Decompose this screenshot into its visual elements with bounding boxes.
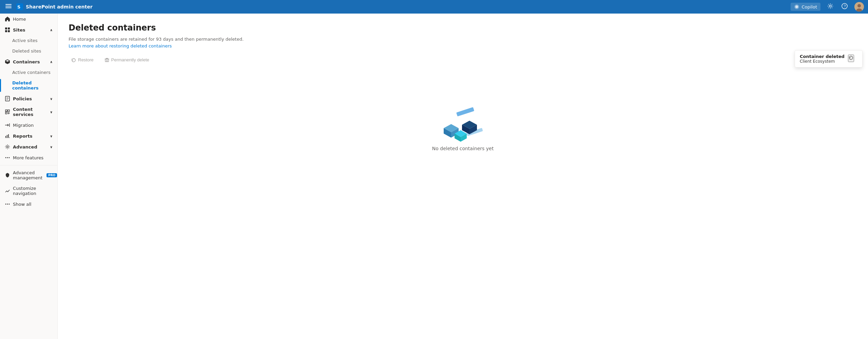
home-icon [5, 16, 10, 22]
tooltip-content: Container deleted Client Ecosystem [800, 54, 845, 64]
customize-navigation-label: Customize navigation [13, 186, 53, 196]
svg-point-18 [7, 146, 8, 148]
sharepoint-logo-icon: S [16, 3, 23, 10]
help-icon: ? [842, 3, 848, 9]
learn-more-link[interactable]: Learn more about restoring deleted conta… [69, 43, 172, 48]
restore-icon [71, 58, 76, 62]
advanced-chevron-icon: ∨ [50, 145, 53, 149]
more-features-icon [5, 155, 10, 160]
svg-point-20 [7, 157, 8, 158]
migration-icon [5, 122, 10, 128]
svg-text:?: ? [844, 4, 846, 8]
deleted-containers-label: Deleted containers [12, 80, 53, 91]
svg-point-21 [9, 157, 10, 158]
app-title: SharePoint admin center [26, 4, 93, 9]
permanently-delete-button[interactable]: Permanently delete [102, 55, 152, 64]
policies-icon [5, 96, 10, 101]
advanced-icon [5, 144, 10, 149]
policies-chevron-icon: ∨ [50, 97, 53, 101]
permanently-delete-label: Permanently delete [111, 57, 149, 62]
empty-state-illustration [438, 105, 488, 146]
sidebar-item-deleted-sites[interactable]: Deleted sites [0, 46, 57, 56]
restore-button[interactable]: Restore [69, 55, 96, 64]
tooltip-subtitle: Client Ecosystem [800, 59, 845, 64]
sidebar-item-sites[interactable]: Sites ∧ [0, 24, 57, 35]
svg-rect-26 [456, 107, 474, 116]
sidebar-policies-label: Policies [13, 96, 32, 101]
svg-text:S: S [17, 4, 20, 9]
sidebar-migration-label: Migration [13, 123, 34, 128]
reports-icon [5, 133, 10, 139]
sidebar-item-advanced[interactable]: Advanced ∨ [0, 141, 57, 152]
svg-rect-0 [5, 4, 12, 5]
page-title: Deleted containers [69, 23, 857, 33]
sidebar-content-services-label: Content services [13, 107, 47, 117]
advanced-management-icon [5, 173, 10, 178]
help-button[interactable]: ? [840, 2, 849, 12]
sidebar-item-containers[interactable]: Containers ∧ [0, 56, 57, 67]
hamburger-icon[interactable] [4, 2, 13, 12]
sidebar-item-show-all[interactable]: Show all [0, 199, 57, 210]
main-layout: Home Sites ∧ Active sites Deleted sites … [0, 14, 868, 339]
active-sites-label: Active sites [12, 38, 38, 43]
sidebar-item-active-containers[interactable]: Active containers [0, 67, 57, 78]
sidebar-more-features-label: More features [13, 155, 43, 160]
topbar: S SharePoint admin center Copilot ? [0, 0, 868, 14]
customize-navigation-icon [5, 188, 10, 194]
containers-chevron-icon: ∧ [50, 60, 53, 64]
sidebar-item-reports[interactable]: Reports ∨ [0, 131, 57, 141]
toolbar: Restore Permanently delete [69, 55, 857, 64]
svg-point-22 [5, 204, 6, 205]
svg-point-19 [5, 157, 6, 158]
pro-badge: PRO [47, 173, 57, 177]
tooltip-refresh-button[interactable] [848, 55, 854, 62]
permanently-delete-icon [105, 58, 109, 62]
advanced-management-label: Advanced management [13, 170, 42, 180]
sites-chevron-icon: ∧ [50, 28, 53, 32]
copilot-button[interactable]: Copilot [791, 3, 820, 11]
sidebar-item-content-services[interactable]: Content services ∨ [0, 104, 57, 120]
topbar-right: Copilot ? [791, 2, 864, 12]
sidebar-item-more-features[interactable]: More features [0, 152, 57, 163]
gear-icon [827, 3, 833, 9]
container-deleted-tooltip: Container deleted Client Ecosystem [795, 50, 863, 67]
show-all-icon [5, 201, 10, 207]
svg-rect-16 [8, 30, 10, 32]
sidebar-reports-label: Reports [13, 134, 32, 139]
page-description: File storage containers are retained for… [69, 37, 857, 42]
sidebar-advanced-label: Advanced [13, 144, 37, 149]
empty-state-text: No deleted containers yet [432, 146, 494, 151]
svg-rect-25 [105, 59, 109, 62]
sidebar-divider [0, 165, 57, 165]
active-containers-label: Active containers [12, 70, 51, 75]
content-services-icon [5, 109, 10, 115]
main-content: Deleted containers File storage containe… [58, 14, 868, 339]
refresh-icon [849, 55, 853, 60]
sidebar-sites-label: Sites [13, 27, 25, 33]
deleted-sites-label: Deleted sites [12, 48, 41, 54]
svg-point-23 [7, 204, 8, 205]
sidebar-item-home[interactable]: Home [0, 14, 57, 24]
app-logo: S SharePoint admin center [16, 3, 93, 10]
sidebar-item-policies[interactable]: Policies ∨ [0, 93, 57, 104]
svg-point-11 [857, 4, 861, 7]
settings-button[interactable] [826, 2, 835, 12]
sidebar-item-deleted-containers[interactable]: Deleted containers [0, 78, 57, 93]
sidebar-containers-label: Containers [13, 59, 40, 64]
sidebar-item-migration[interactable]: Migration [0, 120, 57, 131]
restore-label: Restore [78, 57, 94, 62]
show-all-label: Show all [13, 202, 31, 207]
copilot-icon [794, 4, 799, 9]
svg-point-7 [829, 5, 831, 7]
svg-rect-15 [5, 30, 7, 32]
svg-rect-1 [5, 6, 12, 6]
sidebar-item-customize-navigation[interactable]: Customize navigation [0, 183, 57, 199]
containers-icon [5, 59, 10, 64]
avatar[interactable] [854, 2, 864, 12]
svg-point-6 [795, 5, 798, 8]
sidebar-item-active-sites[interactable]: Active sites [0, 35, 57, 46]
svg-rect-13 [5, 27, 7, 29]
reports-chevron-icon: ∨ [50, 134, 53, 138]
sidebar-item-advanced-management[interactable]: Advanced management PRO [0, 167, 57, 183]
tooltip-title: Container deleted [800, 54, 845, 59]
